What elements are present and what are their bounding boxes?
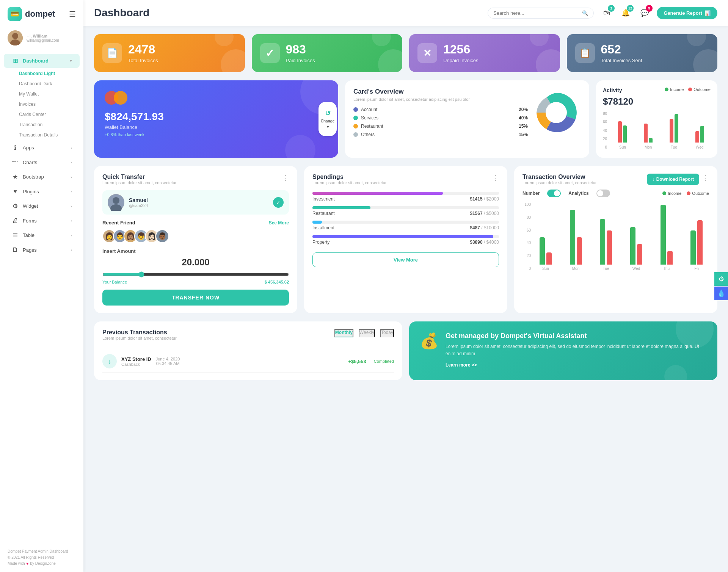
quick-transfer-subtitle: Lorem ipsum dolor sit amet, consectetur: [102, 180, 282, 185]
quick-transfer-panel: Quick Transfer Lorem ipsum dolor sit ame…: [94, 166, 297, 313]
bell-badge: 12: [627, 5, 634, 12]
sidebar-subitem-dashboard-dark[interactable]: Dashboard Dark: [15, 79, 83, 89]
stat-info-total: 2478 Total Invoices: [128, 43, 158, 63]
bar-group-wed: Wed: [689, 126, 711, 149]
view-more-button[interactable]: View More: [312, 252, 499, 267]
spendings-more-options-icon[interactable]: ⋮: [492, 174, 499, 182]
analytics-toggle[interactable]: [596, 190, 610, 197]
activity-title: Activity: [603, 87, 622, 93]
widget-icon: ⚙: [11, 202, 19, 210]
tx-more-options-icon[interactable]: ⋮: [702, 174, 709, 182]
bell-button[interactable]: 🔔 12: [619, 6, 632, 20]
theme-side-button[interactable]: 💧: [714, 287, 728, 300]
generate-report-button[interactable]: Generate Report 📊: [657, 7, 717, 19]
tx-date-block: June 4, 2020 05:34:45 AM: [156, 357, 180, 366]
your-balance-value: $ 456,345.62: [265, 280, 289, 284]
tab-today[interactable]: Today: [380, 329, 394, 337]
decorative-bubble: [378, 49, 402, 72]
bar-label-wed: Wed: [696, 145, 703, 149]
paid-icon-bg: ✓: [260, 43, 280, 63]
spending-item-installment: Installment $487 / $10000: [312, 221, 499, 230]
search-input[interactable]: [493, 10, 579, 16]
dashboard-content: 📄 2478 Total Invoices ✓ 983 Paid Invoice…: [83, 26, 728, 572]
sidebar-item-table[interactable]: ☰ Table ›: [4, 228, 80, 242]
sidebar-subitem-dashboard-light[interactable]: Dashboard Light: [15, 69, 83, 78]
transfer-check-icon: ✓: [273, 197, 284, 208]
right-side-buttons: ⚙ 💧: [714, 272, 728, 300]
spendings-subtitle: Lorem ipsum dolor sit amet, consectetur: [312, 180, 492, 185]
footer-year: © 2021 All Rights Reserved: [8, 555, 76, 561]
va-description: Lorem ipsum dolor sit amet, consectetur …: [446, 343, 707, 357]
tx-outcome-bar-fri: [697, 220, 703, 265]
spending-item-investment: Investment $1415 / $2000: [312, 192, 499, 202]
tx-date: June 4, 2020: [156, 357, 180, 361]
decorative-bubble: [536, 49, 560, 72]
sidebar-item-widget[interactable]: ⚙ Widget ›: [4, 199, 80, 213]
tx-bar-group-sun: Sun: [533, 237, 558, 271]
sidebar-subitem-my-wallet[interactable]: My Wallet: [15, 89, 83, 99]
tx-time: 05:34:45 AM: [156, 361, 180, 366]
sidebar-item-pages[interactable]: 🗋 Pages ›: [4, 243, 80, 257]
total-invoices-label: Total Invoices: [128, 58, 158, 63]
tx-bar-label-wed: Wed: [632, 266, 640, 271]
charts-icon: 〰: [11, 159, 19, 166]
mastercard-logo: [105, 91, 305, 105]
va-wallet-icon: 💰: [420, 332, 439, 350]
recent-friend-label: Recent Friend: [102, 220, 135, 226]
gear-icon: ⚙: [718, 275, 724, 283]
installment-bar: [312, 221, 322, 224]
income-bar-sun: [623, 125, 627, 143]
transfer-user-info: Samuel @sam224: [129, 197, 148, 208]
sidebar-item-charts[interactable]: 〰 Charts ›: [4, 155, 80, 169]
sidebar-item-plugins[interactable]: ♥ Plugins ›: [4, 185, 80, 198]
card-overview-inner: Card's Overview Lorem ipsum dolor sit am…: [353, 88, 581, 137]
header-icons: 🛍 2 🔔 12 💬 5 Generate Report 📊: [600, 6, 717, 20]
more-options-icon[interactable]: ⋮: [282, 174, 289, 182]
sidebar-subitem-transaction-details[interactable]: Transaction Details: [15, 130, 83, 140]
see-more-link[interactable]: See More: [269, 220, 289, 226]
income-dot: [665, 88, 668, 91]
decorative-bubble2: [530, 34, 549, 46]
number-toggle[interactable]: [547, 190, 561, 197]
tx-income-bar-thu: [661, 205, 666, 265]
tx-outcome-bar-mon: [577, 237, 582, 265]
bag-button[interactable]: 🛍 2: [600, 6, 613, 20]
tab-weekly[interactable]: Weekly: [359, 329, 375, 337]
chat-button[interactable]: 💬 5: [638, 6, 651, 20]
transfer-now-button[interactable]: TRANSFER NOW: [102, 290, 289, 306]
download-report-button[interactable]: ↓ Download Report: [647, 174, 699, 185]
hamburger-menu[interactable]: ☰: [69, 9, 76, 19]
settings-side-button[interactable]: ⚙: [714, 272, 728, 286]
amount-slider[interactable]: [102, 271, 289, 277]
sidebar-item-label: Apps: [23, 145, 34, 150]
sidebar-subitem-invoices[interactable]: Invoices: [15, 99, 83, 109]
outcome-bar-tue: [670, 119, 673, 143]
main-content: Dashboard 🔍 🛍 2 🔔 12 💬 5 Generate Report…: [83, 0, 728, 572]
tx-cashback-icon: ↓: [108, 357, 111, 365]
sidebar-subitem-cards-center[interactable]: Cards Center: [15, 110, 83, 119]
change-button[interactable]: ↺ Change ▾: [318, 102, 337, 136]
wallet-bubble2: [285, 135, 315, 158]
bar-pair-tue: [670, 114, 678, 143]
insert-amount-label: Insert Amount: [102, 248, 289, 254]
sidebar-item-apps[interactable]: ℹ Apps ›: [4, 141, 80, 155]
plugins-icon: ♥: [11, 188, 19, 195]
previous-transactions-panel: Previous Transactions Lorem ipsum dolor …: [94, 321, 402, 380]
legend-item-others: Others 15%: [353, 132, 528, 137]
income-bar-mon: [649, 138, 653, 143]
va-learn-more-link[interactable]: Learn more >>: [446, 362, 477, 368]
refresh-icon: ↺: [325, 109, 331, 118]
sidebar-item-bootstrap[interactable]: ★ Bootstrap ›: [4, 170, 80, 184]
search-bar[interactable]: 🔍: [488, 8, 594, 19]
footer-brand: Dompet Payment Admin Dashboard: [8, 548, 76, 555]
tx-outcome-bar-thu: [667, 251, 673, 265]
sidebar-item-dashboard[interactable]: ⊞ Dashboard ▾: [4, 54, 80, 68]
dot-others: [353, 132, 358, 137]
toggle-analytics-label: Analytics: [568, 191, 588, 196]
transfer-user-card[interactable]: Samuel @sam224 ✓: [102, 190, 289, 215]
tab-monthly[interactable]: Monthly: [334, 329, 353, 337]
bar-pair-wed: [695, 126, 704, 143]
sidebar-item-forms[interactable]: 🖨 Forms ›: [4, 214, 80, 227]
sidebar-subitem-transaction[interactable]: Transaction: [15, 120, 83, 130]
chevron-down-icon: ▾: [327, 125, 329, 129]
